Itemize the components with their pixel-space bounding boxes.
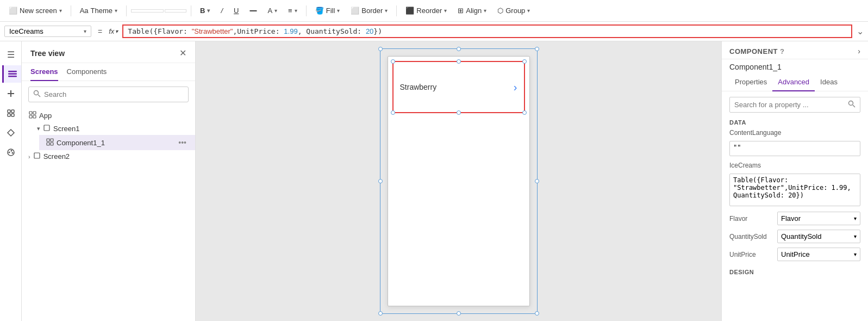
layers-icon-button[interactable] <box>2 65 21 83</box>
tab-screens[interactable]: Screens <box>30 63 58 81</box>
flavor-dropdown[interactable]: Flavor ▾ <box>777 212 860 225</box>
tree-item-screen1[interactable]: ▾ Screen1 <box>30 122 195 135</box>
fill-button[interactable]: 🪣 Fill ▾ <box>311 4 345 17</box>
align2-button[interactable]: ⊞ Align ▾ <box>453 4 491 17</box>
italic-button[interactable]: / <box>216 4 227 17</box>
tree-items: App ▾ Screen1 Component1_1 ••• › <box>22 107 195 321</box>
handle-bl[interactable] <box>378 311 383 316</box>
component-selected[interactable]: Strawberry › <box>392 61 525 113</box>
formula-expand-button[interactable]: ⌄ <box>857 26 864 36</box>
tree-item-component1-1[interactable]: Component1_1 ••• <box>39 135 195 150</box>
svg-rect-1 <box>8 73 17 75</box>
unit-price-chevron: ▾ <box>854 251 857 257</box>
inner-handle-bc[interactable] <box>457 110 461 115</box>
formula-num1: 1.99 <box>284 27 297 35</box>
menu-icon-button[interactable]: ☰ <box>2 46 20 63</box>
handle-bc[interactable] <box>457 311 461 316</box>
content-language-value[interactable]: "" <box>729 141 860 156</box>
inner-handle-bl[interactable] <box>391 110 395 115</box>
sep4 <box>306 5 307 16</box>
component-arrow: › <box>514 81 517 94</box>
font-color-button[interactable]: A ▾ <box>263 4 282 17</box>
inner-handle-tc[interactable] <box>457 59 461 64</box>
formula-num2: 20 <box>366 27 373 35</box>
group-label: Group <box>505 7 525 15</box>
formula-equals: = <box>98 27 102 36</box>
ice-creams-row: IceCreams <box>729 162 860 169</box>
inner-handle-tl[interactable] <box>391 59 395 64</box>
tree-item-screen2[interactable]: › Screen2 <box>22 150 195 163</box>
tab-properties[interactable]: Properties <box>729 73 772 91</box>
handle-tl[interactable] <box>378 47 383 51</box>
tab-ideas[interactable]: Ideas <box>815 73 843 91</box>
tree-view-title: Tree view <box>30 49 65 58</box>
new-screen-button[interactable]: ⬜ New screen ▾ <box>4 4 66 17</box>
tree-close-button[interactable]: ✕ <box>179 48 186 58</box>
border-button[interactable]: ⬜ Border ▾ <box>346 4 392 17</box>
svg-rect-8 <box>11 114 14 116</box>
svg-point-26 <box>849 101 853 106</box>
formula-mid: ,UnitPrice: <box>233 27 284 35</box>
data-icon-button[interactable] <box>2 104 20 122</box>
svg-point-11 <box>8 152 10 153</box>
reorder-label: Reorder <box>416 7 442 15</box>
align2-icon: ⊞ <box>458 7 464 15</box>
right-panel-header: COMPONENT ? › <box>722 41 868 59</box>
flavor-chevron: ▾ <box>854 215 857 221</box>
search-input[interactable] <box>44 90 184 98</box>
canvas-area[interactable]: Strawberry › <box>196 41 721 321</box>
flavor-label: Flavor <box>729 215 773 223</box>
components-icon-button[interactable] <box>2 124 20 141</box>
border-label: Border <box>361 7 383 15</box>
theme-button[interactable]: Aa Theme ▾ <box>76 4 122 17</box>
paint-icon-button[interactable] <box>2 144 20 161</box>
format-controls <box>131 9 186 13</box>
tree-component1-1-label: Component1_1 <box>57 139 174 147</box>
svg-rect-0 <box>8 71 17 72</box>
handle-tr[interactable] <box>535 47 539 51</box>
handle-tc[interactable] <box>457 47 461 51</box>
inner-handle-tr[interactable] <box>522 59 527 64</box>
reorder-icon: ⬛ <box>405 7 414 15</box>
inner-handle-br[interactable] <box>522 110 527 115</box>
handle-ml[interactable] <box>378 179 383 183</box>
right-panel-expand-button[interactable]: › <box>858 47 860 55</box>
formula-fx-button[interactable]: fx ▾ <box>109 27 118 35</box>
svg-rect-20 <box>44 125 49 131</box>
help-icon[interactable]: ? <box>780 47 784 55</box>
phone-frame: Strawberry › <box>388 56 530 306</box>
component-text: Strawberry <box>400 83 514 91</box>
underline-button[interactable]: U <box>229 4 243 17</box>
svg-line-15 <box>38 95 40 97</box>
tree-tabs: Screens Components <box>22 63 195 81</box>
formula-input[interactable]: Table({Flavor: "Strawbetter",UnitPrice: … <box>122 24 852 38</box>
component1-1-more-button[interactable]: ••• <box>176 137 189 148</box>
unit-price-dropdown[interactable]: UnitPrice ▾ <box>777 248 860 261</box>
formula-selector[interactable]: IceCreams ▾ <box>4 26 91 37</box>
tree-item-app[interactable]: App <box>22 109 195 122</box>
bold-button[interactable]: B ▾ <box>196 4 214 17</box>
reorder-button[interactable]: ⬛ Reorder ▾ <box>401 4 451 17</box>
tree-header: Tree view ✕ <box>22 41 195 63</box>
search-svg-icon <box>33 90 41 97</box>
handle-br[interactable] <box>535 311 539 316</box>
quantity-sold-dropdown[interactable]: QuantitySold ▾ <box>777 230 860 243</box>
strikethrough-button[interactable]: — <box>245 4 261 17</box>
group-button[interactable]: ⬡ Group ▾ <box>493 4 534 17</box>
svg-rect-23 <box>47 143 49 145</box>
svg-rect-18 <box>29 115 32 118</box>
svg-point-13 <box>11 152 13 154</box>
handle-mr[interactable] <box>535 179 539 183</box>
ice-creams-value[interactable]: Table({Flavor: "Strawbetter",UnitPrice: … <box>729 174 860 206</box>
content-language-label: ContentLanguage <box>729 129 781 137</box>
align-button[interactable]: ≡ ▾ <box>284 4 302 17</box>
unit-price-value: UnitPrice <box>781 250 810 258</box>
sep1 <box>71 5 71 16</box>
quantity-sold-label: QuantitySold <box>729 233 773 240</box>
quantity-sold-row: QuantitySold QuantitySold ▾ <box>729 230 860 243</box>
plus-icon-button[interactable] <box>2 85 20 102</box>
font-color-label: A <box>267 7 272 15</box>
tab-advanced[interactable]: Advanced <box>772 73 815 91</box>
search-property-input[interactable] <box>734 101 845 109</box>
tab-components[interactable]: Components <box>67 63 107 81</box>
